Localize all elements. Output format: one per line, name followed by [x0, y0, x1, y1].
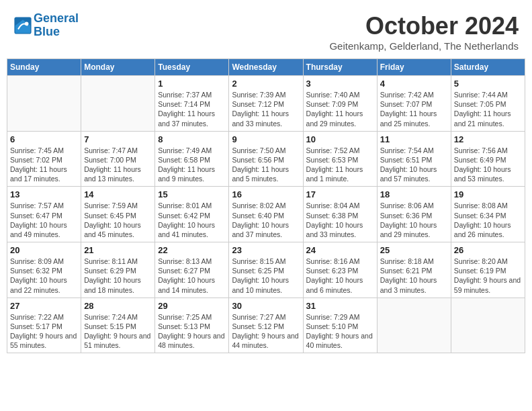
calendar-cell: 1Sunrise: 7:37 AMSunset: 7:14 PMDaylight… [155, 76, 229, 132]
day-info: Sunrise: 7:39 AMSunset: 7:12 PMDaylight:… [232, 90, 300, 128]
day-number: 27 [10, 301, 78, 311]
day-info: Sunrise: 7:22 AMSunset: 5:17 PMDaylight:… [10, 312, 78, 351]
page-header: General Blue October 2024 Geitenkamp, Ge… [7, 7, 525, 54]
logo: General Blue [13, 12, 79, 39]
calendar-cell [377, 298, 451, 353]
calendar-cell: 14Sunrise: 7:59 AMSunset: 6:45 PMDayligh… [81, 187, 155, 242]
calendar-cell: 26Sunrise: 8:20 AMSunset: 6:19 PMDayligh… [451, 242, 525, 298]
day-info: Sunrise: 8:06 AMSunset: 6:36 PMDaylight:… [380, 201, 448, 239]
calendar-cell: 13Sunrise: 7:57 AMSunset: 6:47 PMDayligh… [7, 187, 81, 242]
day-number: 28 [84, 301, 152, 311]
day-info: Sunrise: 7:25 AMSunset: 5:13 PMDaylight:… [158, 312, 226, 351]
calendar-cell: 9Sunrise: 7:50 AMSunset: 6:56 PMDaylight… [229, 131, 303, 187]
day-info: Sunrise: 7:37 AMSunset: 7:14 PMDaylight:… [158, 90, 226, 128]
day-number: 12 [454, 134, 522, 144]
day-number: 30 [232, 301, 300, 311]
calendar-cell: 20Sunrise: 8:09 AMSunset: 6:32 PMDayligh… [7, 242, 81, 298]
calendar-cell: 6Sunrise: 7:45 AMSunset: 7:02 PMDaylight… [7, 131, 81, 187]
day-number: 11 [380, 134, 448, 144]
day-info: Sunrise: 7:50 AMSunset: 6:56 PMDaylight:… [232, 146, 300, 184]
svg-point-2 [25, 21, 29, 26]
weekday-header-thursday: Thursday [303, 59, 377, 76]
day-number: 19 [454, 189, 522, 199]
day-info: Sunrise: 7:52 AMSunset: 6:53 PMDaylight:… [306, 146, 374, 184]
day-info: Sunrise: 8:16 AMSunset: 6:23 PMDaylight:… [306, 257, 374, 295]
day-number: 26 [454, 245, 522, 255]
day-number: 23 [232, 245, 300, 255]
location: Geitenkamp, Gelderland, The Netherlands [329, 40, 519, 52]
calendar-cell: 17Sunrise: 8:04 AMSunset: 6:38 PMDayligh… [303, 187, 377, 242]
day-info: Sunrise: 7:44 AMSunset: 7:05 PMDaylight:… [454, 90, 522, 128]
weekday-header-monday: Monday [81, 59, 155, 76]
day-number: 15 [158, 189, 226, 199]
day-number: 9 [232, 134, 300, 144]
day-number: 21 [84, 245, 152, 255]
calendar-cell: 30Sunrise: 7:27 AMSunset: 5:12 PMDayligh… [229, 298, 303, 353]
day-info: Sunrise: 8:15 AMSunset: 6:25 PMDaylight:… [232, 257, 300, 295]
title-block: October 2024 Geitenkamp, Gelderland, The… [329, 12, 519, 52]
day-number: 14 [84, 189, 152, 199]
day-number: 31 [306, 301, 374, 311]
calendar-cell: 21Sunrise: 8:11 AMSunset: 6:29 PMDayligh… [81, 242, 155, 298]
day-info: Sunrise: 7:40 AMSunset: 7:09 PMDaylight:… [306, 90, 374, 128]
day-number: 3 [306, 79, 374, 89]
day-number: 29 [158, 301, 226, 311]
calendar-cell: 10Sunrise: 7:52 AMSunset: 6:53 PMDayligh… [303, 131, 377, 187]
calendar-cell: 2Sunrise: 7:39 AMSunset: 7:12 PMDaylight… [229, 76, 303, 132]
calendar-cell: 27Sunrise: 7:22 AMSunset: 5:17 PMDayligh… [7, 298, 81, 353]
calendar-cell: 12Sunrise: 7:56 AMSunset: 6:49 PMDayligh… [451, 131, 525, 187]
calendar-cell: 25Sunrise: 8:18 AMSunset: 6:21 PMDayligh… [377, 242, 451, 298]
day-info: Sunrise: 7:59 AMSunset: 6:45 PMDaylight:… [84, 201, 152, 239]
calendar-cell: 3Sunrise: 7:40 AMSunset: 7:09 PMDaylight… [303, 76, 377, 132]
day-number: 13 [10, 189, 78, 199]
day-info: Sunrise: 8:11 AMSunset: 6:29 PMDaylight:… [84, 257, 152, 295]
day-number: 10 [306, 134, 374, 144]
day-info: Sunrise: 7:47 AMSunset: 7:00 PMDaylight:… [84, 146, 152, 184]
day-number: 20 [10, 245, 78, 255]
month-title: October 2024 [329, 12, 519, 40]
calendar-cell: 18Sunrise: 8:06 AMSunset: 6:36 PMDayligh… [377, 187, 451, 242]
day-number: 16 [232, 189, 300, 199]
day-number: 18 [380, 189, 448, 199]
day-info: Sunrise: 8:18 AMSunset: 6:21 PMDaylight:… [380, 257, 448, 295]
day-info: Sunrise: 7:42 AMSunset: 7:07 PMDaylight:… [380, 90, 448, 128]
day-number: 17 [306, 189, 374, 199]
calendar-cell: 23Sunrise: 8:15 AMSunset: 6:25 PMDayligh… [229, 242, 303, 298]
calendar-cell: 28Sunrise: 7:24 AMSunset: 5:15 PMDayligh… [81, 298, 155, 353]
weekday-header-friday: Friday [377, 59, 451, 76]
day-info: Sunrise: 8:13 AMSunset: 6:27 PMDaylight:… [158, 257, 226, 295]
day-info: Sunrise: 8:01 AMSunset: 6:42 PMDaylight:… [158, 201, 226, 239]
calendar-table: SundayMondayTuesdayWednesdayThursdayFrid… [7, 58, 525, 353]
day-info: Sunrise: 7:49 AMSunset: 6:58 PMDaylight:… [158, 146, 226, 184]
calendar-week-row: 6Sunrise: 7:45 AMSunset: 7:02 PMDaylight… [7, 131, 525, 187]
day-number: 7 [84, 134, 152, 144]
weekday-header-sunday: Sunday [7, 59, 81, 76]
day-number: 2 [232, 79, 300, 89]
day-info: Sunrise: 7:27 AMSunset: 5:12 PMDaylight:… [232, 312, 300, 351]
weekday-header-saturday: Saturday [451, 59, 525, 76]
calendar-cell: 8Sunrise: 7:49 AMSunset: 6:58 PMDaylight… [155, 131, 229, 187]
day-number: 24 [306, 245, 374, 255]
day-number: 25 [380, 245, 448, 255]
weekday-header-row: SundayMondayTuesdayWednesdayThursdayFrid… [7, 59, 525, 76]
calendar-cell: 31Sunrise: 7:29 AMSunset: 5:10 PMDayligh… [303, 298, 377, 353]
day-info: Sunrise: 8:02 AMSunset: 6:40 PMDaylight:… [232, 201, 300, 239]
calendar-week-row: 27Sunrise: 7:22 AMSunset: 5:17 PMDayligh… [7, 298, 525, 353]
weekday-header-tuesday: Tuesday [155, 59, 229, 76]
calendar-cell [7, 76, 81, 132]
day-info: Sunrise: 7:45 AMSunset: 7:02 PMDaylight:… [10, 146, 78, 184]
calendar-cell: 24Sunrise: 8:16 AMSunset: 6:23 PMDayligh… [303, 242, 377, 298]
calendar-week-row: 20Sunrise: 8:09 AMSunset: 6:32 PMDayligh… [7, 242, 525, 298]
day-number: 1 [158, 79, 226, 89]
calendar-cell: 29Sunrise: 7:25 AMSunset: 5:13 PMDayligh… [155, 298, 229, 353]
calendar-cell: 4Sunrise: 7:42 AMSunset: 7:07 PMDaylight… [377, 76, 451, 132]
day-number: 6 [10, 134, 78, 144]
calendar-cell [81, 76, 155, 132]
day-number: 5 [454, 79, 522, 89]
calendar-cell: 11Sunrise: 7:54 AMSunset: 6:51 PMDayligh… [377, 131, 451, 187]
day-info: Sunrise: 8:20 AMSunset: 6:19 PMDaylight:… [454, 257, 522, 295]
calendar-cell: 5Sunrise: 7:44 AMSunset: 7:05 PMDaylight… [451, 76, 525, 132]
logo-text: General Blue [34, 12, 79, 39]
day-info: Sunrise: 8:09 AMSunset: 6:32 PMDaylight:… [10, 257, 78, 295]
day-info: Sunrise: 7:54 AMSunset: 6:51 PMDaylight:… [380, 146, 448, 184]
